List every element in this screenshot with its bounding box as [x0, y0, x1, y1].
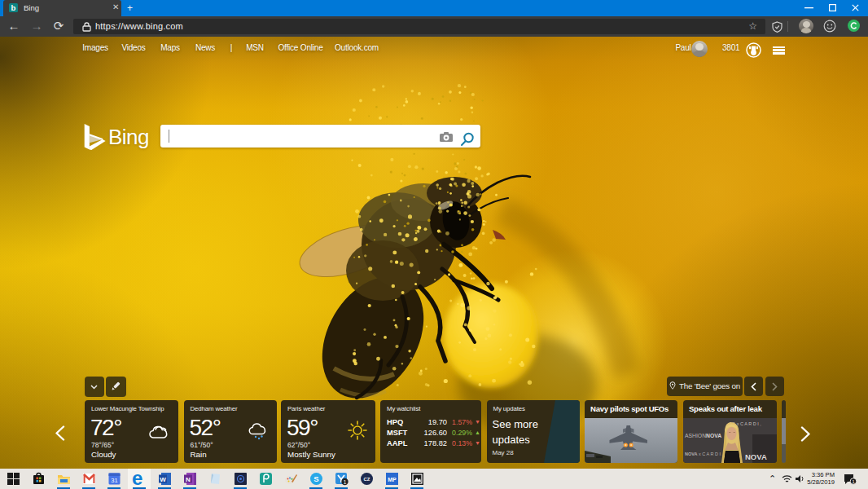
svg-text:MP: MP	[388, 477, 397, 482]
svg-text:W: W	[160, 476, 166, 483]
svg-text:31: 31	[111, 477, 117, 484]
svg-text:ASHIONNOVA: ASHIONNOVA	[685, 433, 721, 438]
svg-text:NOVA: NOVA	[745, 452, 767, 461]
svg-text:N: N	[186, 476, 191, 483]
svg-text:S: S	[313, 474, 318, 483]
svg-text:1: 1	[344, 479, 347, 485]
svg-text:NOVA x C A R D I . B: NOVA x C A R D I . B	[685, 452, 727, 456]
svg-text:1: 1	[852, 479, 854, 484]
svg-text:CZ: CZ	[364, 477, 370, 482]
